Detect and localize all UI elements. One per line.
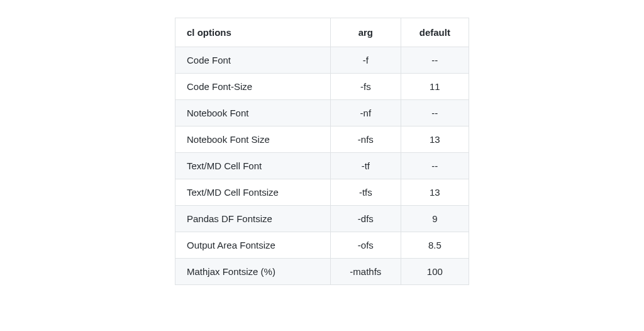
cell-option: Pandas DF Fontsize — [175, 206, 331, 232]
cell-default: 13 — [401, 126, 469, 153]
cell-option: Text/MD Cell Fontsize — [175, 179, 331, 206]
cell-option: Text/MD Cell Font — [175, 153, 331, 179]
table-row: Notebook Font Size-nfs13 — [175, 126, 469, 153]
cell-arg: -nf — [331, 100, 401, 126]
header-arg: arg — [331, 18, 401, 47]
table-body: Code Font-f--Code Font-Size-fs11Notebook… — [175, 47, 469, 285]
table-row: Text/MD Cell Font-tf-- — [175, 153, 469, 179]
table-row: Code Font-Size-fs11 — [175, 74, 469, 100]
cell-default: 11 — [401, 74, 469, 100]
table-row: Mathjax Fontsize (%)-mathfs100 — [175, 259, 469, 285]
table-header: cl options arg default — [175, 18, 469, 47]
cell-option: Notebook Font Size — [175, 126, 331, 153]
cell-arg: -fs — [331, 74, 401, 100]
table-row: Output Area Fontsize-ofs8.5 — [175, 232, 469, 259]
table-row: Text/MD Cell Fontsize-tfs13 — [175, 179, 469, 206]
cell-arg: -mathfs — [331, 259, 401, 285]
cell-arg: -nfs — [331, 126, 401, 153]
cell-default: 8.5 — [401, 232, 469, 259]
cell-option: Mathjax Fontsize (%) — [175, 259, 331, 285]
cell-default: 9 — [401, 206, 469, 232]
header-default: default — [401, 18, 469, 47]
cell-option: Code Font-Size — [175, 74, 331, 100]
table-row: Notebook Font-nf-- — [175, 100, 469, 126]
cell-arg: -dfs — [331, 206, 401, 232]
cell-default: 13 — [401, 179, 469, 206]
cell-arg: -ofs — [331, 232, 401, 259]
cell-arg: -tf — [331, 153, 401, 179]
cell-default: -- — [401, 47, 469, 74]
cell-default: -- — [401, 100, 469, 126]
options-table-container: cl options arg default Code Font-f--Code… — [175, 18, 469, 285]
cell-option: Code Font — [175, 47, 331, 74]
cell-arg: -f — [331, 47, 401, 74]
table-row: Pandas DF Fontsize-dfs9 — [175, 206, 469, 232]
options-table: cl options arg default Code Font-f--Code… — [175, 18, 469, 284]
cell-option: Notebook Font — [175, 100, 331, 126]
cell-default: -- — [401, 153, 469, 179]
cell-option: Output Area Fontsize — [175, 232, 331, 259]
cell-arg: -tfs — [331, 179, 401, 206]
header-options: cl options — [175, 18, 331, 47]
cell-default: 100 — [401, 259, 469, 285]
table-row: Code Font-f-- — [175, 47, 469, 74]
